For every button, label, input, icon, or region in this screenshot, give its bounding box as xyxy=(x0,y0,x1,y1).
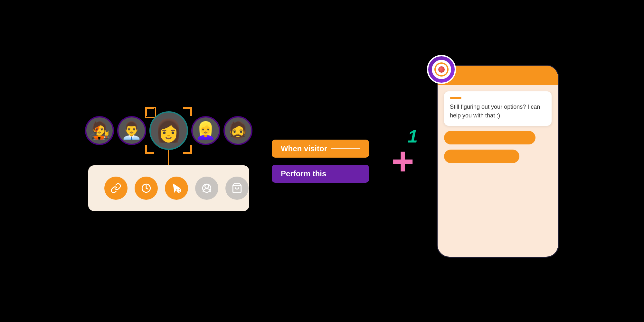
bot-eye-inner xyxy=(438,66,445,73)
action-pill-1[interactable] xyxy=(444,131,535,144)
link-action-button[interactable] xyxy=(104,177,128,200)
trigger-labels: When visitor Perform this xyxy=(272,140,369,183)
left-section: 🧑‍🎤 👨‍💼 👩 👱‍♀️ xyxy=(85,111,252,211)
action-pill-2[interactable] xyxy=(444,150,519,163)
plus-symbol: + xyxy=(392,142,414,180)
phone-body: Still figuring out your options? I can h… xyxy=(438,85,558,170)
bubble-text: Still figuring out your options? I can h… xyxy=(450,103,546,120)
chat-bubble: Still figuring out your options? I can h… xyxy=(444,91,552,126)
when-visitor-label: When visitor xyxy=(272,140,369,158)
avatar-1: 🧑‍🎤 xyxy=(85,116,114,145)
bot-avatar xyxy=(427,55,456,84)
action-panel xyxy=(88,165,249,211)
bot-eye-ring xyxy=(434,62,449,77)
bubble-accent xyxy=(450,97,461,99)
cart-action-button[interactable] xyxy=(225,177,249,200)
bot-inner xyxy=(432,60,451,79)
perform-this-label: Perform this xyxy=(272,165,369,183)
avatar-4: 👱‍♀️ xyxy=(191,116,220,145)
time-action-button[interactable] xyxy=(135,177,158,200)
avatar-3-selected: 👩 xyxy=(149,111,188,150)
right-area: When visitor Perform this 1 + xyxy=(272,65,559,258)
avatar-row: 🧑‍🎤 👨‍💼 👩 👱‍♀️ xyxy=(85,111,252,150)
avatar-selected-wrapper: 👩 xyxy=(149,111,188,150)
avatar-2: 👨‍💼 xyxy=(117,116,146,145)
click-action-button[interactable] xyxy=(165,177,188,200)
plus-section: 1 + xyxy=(392,142,414,180)
avatar-5: 🧔 xyxy=(223,116,252,145)
svg-point-2 xyxy=(205,184,208,188)
phone-section: Still figuring out your options? I can h… xyxy=(437,65,559,258)
phone-mockup: Still figuring out your options? I can h… xyxy=(437,65,559,258)
user-action-button[interactable] xyxy=(195,177,218,200)
main-scene: 🧑‍🎤 👨‍💼 👩 👱‍♀️ xyxy=(64,32,580,290)
number-badge: 1 xyxy=(408,127,418,145)
